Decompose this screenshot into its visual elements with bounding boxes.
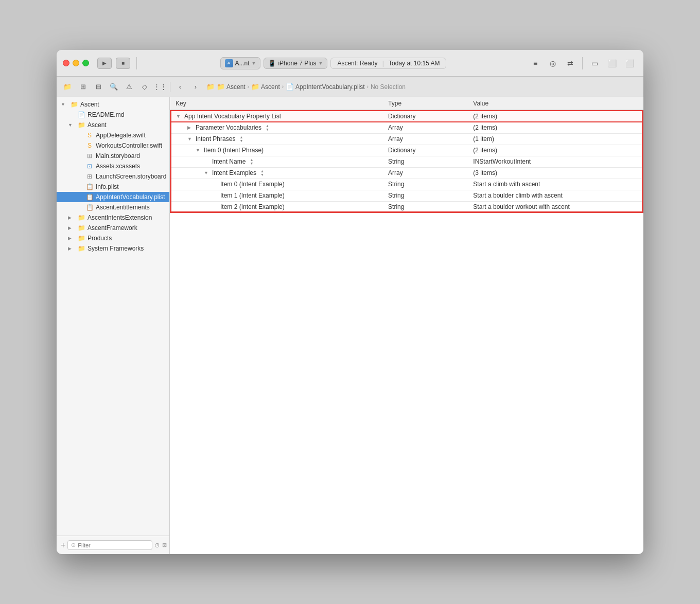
plist-key-intent-phrases: ▼ Intent Phrases ▲▼ — [170, 133, 383, 145]
key-label-example0: Item 0 (Intent Example) — [220, 181, 285, 188]
disclosure-icon-param: ▶ — [187, 125, 194, 130]
sidebar-label-ascent-root: Ascent — [80, 101, 99, 108]
traffic-lights — [63, 60, 89, 66]
plist-icon-info: 📋 — [85, 183, 94, 191]
plist-header-row: Key Type Value — [170, 97, 643, 110]
plist-type-intent-examples: Array — [383, 167, 468, 179]
editor-assistant-button[interactable]: ⬜ — [604, 57, 620, 69]
plist-table: Key Type Value ▼ App Intent Vocabulary P… — [170, 97, 643, 213]
titlebar: ▶ ■ A A...nt ▼ 📱 iPhone 7 Plus ▼ Ascent:… — [57, 50, 643, 77]
disclosure-icon-item0-phrase: ▼ — [196, 148, 202, 153]
col-header-value: Value — [468, 97, 643, 110]
plist-type-root: Dictionary — [383, 111, 468, 122]
maximize-button[interactable] — [82, 60, 89, 66]
sidebar-label-entitlements: Ascent.entitlements — [96, 204, 150, 211]
intent-phrases-stepper[interactable]: ▲▼ — [239, 135, 243, 143]
filter-options-button[interactable]: ⏱ — [154, 539, 160, 552]
list-view-button[interactable]: ≡ — [528, 57, 543, 69]
param-stepper[interactable]: ▲▼ — [266, 124, 269, 131]
back-forward-button[interactable]: ⇄ — [563, 57, 578, 69]
hierarchy-button[interactable]: ⊟ — [92, 80, 105, 94]
sidebar-item-launchscreen[interactable]: ⊞ LaunchScreen.storyboard — [57, 171, 169, 182]
sidebar-label-appdelegate: AppDelegate.swift — [96, 132, 146, 139]
disclosure-icon-intent-phrases: ▼ — [187, 136, 194, 141]
plist-value-item0-phrase: (2 items) — [468, 145, 643, 156]
sidebar-item-ascent-root[interactable]: ▼ 📁 Ascent — [57, 99, 169, 110]
warning-button[interactable]: ⚠ — [122, 80, 136, 94]
root-folder-icon: 📁 — [70, 100, 78, 109]
plist-key-param-vocab: ▶ Parameter Vocabularies ▲▼ — [170, 122, 383, 133]
breadcrumb-ascent-1[interactable]: 📁 Ascent — [217, 83, 246, 91]
plist-row-root[interactable]: ▼ App Intent Vocabulary Property List Di… — [170, 111, 643, 122]
sidebar-item-intents-ext[interactable]: ▶ 📁 AscentIntentsExtension — [57, 212, 169, 223]
sidebar-item-entitlements[interactable]: 📋 Ascent.entitlements — [57, 202, 169, 212]
close-button[interactable] — [63, 60, 69, 66]
source-button[interactable]: ◇ — [138, 80, 151, 94]
sidebar-item-readme[interactable]: 📄 README.md — [57, 110, 169, 120]
plist-key-item0-phrase: ▼ Item 0 (Intent Phrase) — [170, 145, 383, 156]
stop-button[interactable]: ■ — [116, 58, 130, 69]
sidebar-label-assets: Assets.xcassets — [96, 163, 140, 170]
assets-icon: ⊡ — [85, 162, 94, 170]
add-file-button[interactable]: + — [61, 539, 65, 552]
device-selector[interactable]: 📱 iPhone 7 Plus ▼ — [264, 58, 327, 69]
plist-value-root: (2 items) — [468, 111, 643, 122]
activity-button[interactable]: ◎ — [545, 57, 561, 69]
nav-next-button[interactable]: › — [189, 80, 202, 94]
editor-standard-button[interactable]: ▭ — [587, 57, 602, 69]
storyboard-icon-main: ⊞ — [85, 152, 94, 160]
disclosure-intents-ext: ▶ — [68, 215, 75, 220]
intent-name-stepper[interactable]: ▲▼ — [250, 158, 253, 165]
filter-input[interactable] — [78, 542, 149, 548]
sidebar-item-workoutscontroller[interactable]: S WorkoutsController.swift — [57, 140, 169, 151]
sidebar-label-framework: AscentFramework — [87, 224, 137, 232]
filter-match-button[interactable]: ⊠ — [162, 539, 167, 552]
key-label-root: App Intent Vocabulary Property List — [184, 113, 281, 120]
breadcrumb-sep-3: › — [367, 84, 369, 90]
sidebar-item-ascent-folder[interactable]: ▼ 📁 Ascent — [57, 120, 169, 130]
plist-row-example1[interactable]: Item 1 (Intent Example) String Start a b… — [170, 190, 643, 201]
products-folder-icon: 📁 — [77, 234, 85, 242]
breadcrumb-folder-icon[interactable]: 📁 — [206, 83, 215, 91]
key-label-intent-examples: Intent Examples — [212, 169, 256, 176]
breadcrumb-ascent-2[interactable]: 📁 Ascent — [251, 83, 280, 91]
plist-row-example0[interactable]: Item 0 (Intent Example) String Start a c… — [170, 179, 643, 190]
apps-button[interactable]: ⋮⋮ — [153, 80, 167, 94]
main-content: ▼ 📁 Ascent 📄 README.md ▼ 📁 Ascent — [57, 97, 643, 554]
sidebar: ▼ 📁 Ascent 📄 README.md ▼ 📁 Ascent — [57, 97, 170, 554]
sidebar-footer: + ⊙ ⏱ ⊠ — [57, 536, 169, 554]
plist-key-intent-examples: ▼ Intent Examples ▲▼ — [170, 167, 383, 179]
sidebar-content: ▼ 📁 Ascent 📄 README.md ▼ 📁 Ascent — [57, 97, 169, 536]
sysframeworks-folder-icon: 📁 — [77, 244, 85, 253]
sidebar-item-infoplist[interactable]: 📋 Info.plist — [57, 182, 169, 192]
minimize-button[interactable] — [73, 60, 79, 66]
nav-prev-button[interactable]: ‹ — [173, 80, 187, 94]
titlebar-center: A A...nt ▼ 📱 iPhone 7 Plus ▼ Ascent: Rea… — [143, 57, 523, 69]
plist-row-example2[interactable]: Item 2 (Intent Example) String Start a b… — [170, 201, 643, 212]
plist-row-intent-examples[interactable]: ▼ Intent Examples ▲▼ Array (3 items) — [170, 167, 643, 179]
editor-version-button[interactable]: ⬜ — [622, 57, 637, 69]
titlebar-sep-2 — [582, 57, 583, 69]
plist-row-intent-name[interactable]: Intent Name ▲▼ String INStartWorkoutInte… — [170, 156, 643, 167]
sidebar-item-framework[interactable]: ▶ 📁 AscentFramework — [57, 223, 169, 233]
disclosure-icon-intent-examples: ▼ — [204, 170, 210, 175]
disclosure-framework: ▶ — [68, 225, 75, 230]
breadcrumb-plist-file[interactable]: 📄 AppIntentVocabulary.plist — [286, 83, 365, 91]
plist-row-intent-phrases[interactable]: ▼ Intent Phrases ▲▼ Array (1 item) — [170, 133, 643, 145]
plist-row-item0-phrase[interactable]: ▼ Item 0 (Intent Phrase) Dictionary (2 i… — [170, 145, 643, 156]
sidebar-item-sysframeworks[interactable]: ▶ 📁 System Frameworks — [57, 243, 169, 254]
navigator-button[interactable]: 📁 — [61, 80, 74, 94]
status-sep: | — [382, 60, 384, 67]
sidebar-item-products[interactable]: ▶ 📁 Products — [57, 233, 169, 243]
plist-row-param-vocab[interactable]: ▶ Parameter Vocabularies ▲▼ Array (2 ite… — [170, 122, 643, 133]
search-toolbar-button[interactable]: 🔍 — [107, 80, 120, 94]
sidebar-item-assets[interactable]: ⊡ Assets.xcassets — [57, 161, 169, 171]
grid-button[interactable]: ⊞ — [76, 80, 90, 94]
sidebar-item-appintentvocab[interactable]: 📋 AppIntentVocabulary.plist — [57, 192, 169, 202]
plist-type-intent-phrases: Array — [383, 133, 468, 145]
scheme-selector[interactable]: A A...nt ▼ — [220, 57, 261, 69]
intent-examples-stepper[interactable]: ▲▼ — [260, 169, 264, 176]
run-button[interactable]: ▶ — [97, 58, 112, 69]
sidebar-item-appdelegate[interactable]: S AppDelegate.swift — [57, 130, 169, 140]
sidebar-item-mainstoryboard[interactable]: ⊞ Main.storyboard — [57, 151, 169, 161]
